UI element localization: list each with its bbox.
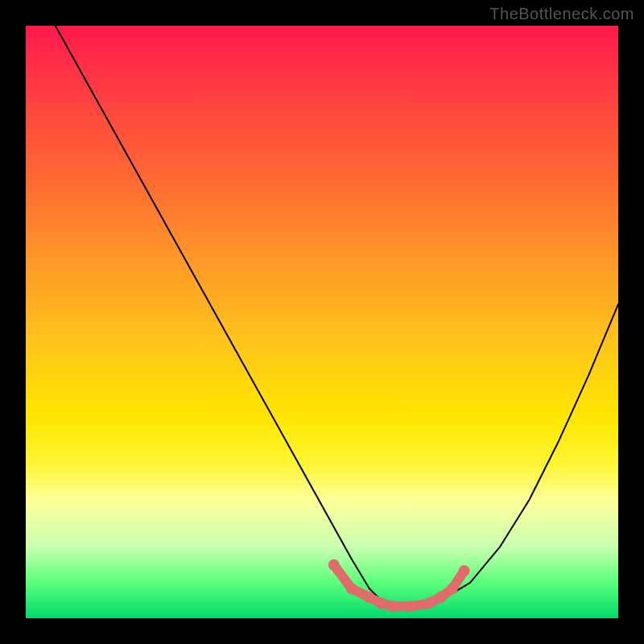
svg-point-1 [346, 583, 357, 594]
bottleneck-curve-path [56, 26, 618, 606]
svg-point-6 [423, 598, 435, 609]
svg-point-7 [435, 592, 446, 603]
svg-point-4 [387, 601, 398, 612]
svg-point-9 [459, 565, 470, 576]
watermark-text: TheBottleneck.com [489, 5, 634, 23]
svg-point-2 [364, 592, 375, 603]
curve-layer [26, 26, 618, 618]
svg-point-8 [447, 583, 458, 594]
svg-point-0 [328, 559, 340, 571]
svg-point-5 [405, 601, 416, 612]
gradient-plot-area [26, 26, 618, 618]
svg-point-3 [376, 598, 387, 609]
chart-frame: { "watermark": "TheBottleneck.com", "cha… [0, 0, 644, 644]
highlight-band-path [328, 559, 470, 613]
